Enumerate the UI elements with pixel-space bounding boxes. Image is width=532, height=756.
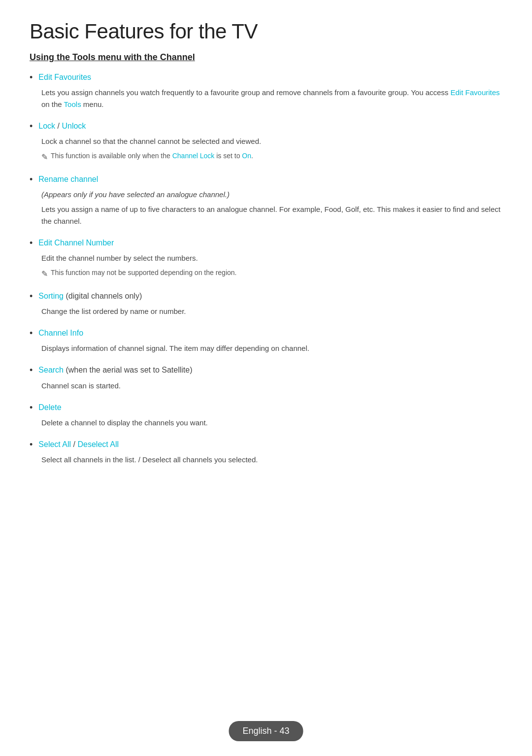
- item-note: ✎ This function may not be supported dep…: [41, 267, 502, 280]
- list-item: • Sorting (digital channels only) Change…: [30, 290, 502, 320]
- section-heading: Using the Tools menu with the Channel: [30, 52, 502, 63]
- select-all-link[interactable]: Select All: [38, 440, 71, 448]
- sorting-link[interactable]: Sorting: [38, 292, 64, 300]
- item-label: Delete: [38, 402, 61, 413]
- channel-lock-link[interactable]: Channel Lock: [172, 152, 215, 160]
- edit-favourites-inline-link[interactable]: Edit Favourites: [451, 88, 500, 97]
- bullet-row: • Search (when the aerial was set to Sat…: [30, 364, 502, 377]
- list-item: • Search (when the aerial was set to Sat…: [30, 364, 502, 394]
- page-title: Basic Features for the TV: [30, 20, 502, 43]
- item-body: Lets you assign a name of up to five cha…: [41, 204, 502, 227]
- bullet-row: • Rename channel: [30, 173, 502, 186]
- channel-info-link[interactable]: Channel Info: [38, 329, 83, 337]
- item-label: Edit Favourites: [38, 71, 91, 83]
- bullet-dot: •: [30, 290, 33, 303]
- page-container: Basic Features for the TV Using the Tool…: [0, 0, 532, 515]
- bullet-dot: •: [30, 327, 33, 340]
- item-body: Edit the channel number by select the nu…: [41, 252, 502, 264]
- list-item: • Delete Delete a channel to display the…: [30, 402, 502, 432]
- content-list: • Edit Favourites Lets you assign channe…: [30, 71, 502, 469]
- bullet-row: • Sorting (digital channels only): [30, 290, 502, 303]
- bullet-row: • Channel Info: [30, 327, 502, 340]
- list-item: • Rename channel (Appears only if you ha…: [30, 173, 502, 230]
- list-item: • Lock / Unlock Lock a channel so that t…: [30, 120, 502, 167]
- on-link[interactable]: On: [242, 152, 251, 160]
- bullet-dot: •: [30, 71, 33, 84]
- tools-link[interactable]: Tools: [64, 100, 81, 108]
- item-label: Channel Info: [38, 327, 83, 339]
- item-label: Search (when the aerial was set to Satel…: [38, 364, 192, 376]
- deselect-all-link[interactable]: Deselect All: [77, 440, 119, 448]
- item-note: ✎ This function is available only when t…: [41, 150, 502, 164]
- footer-label: English - 43: [229, 721, 303, 741]
- item-body: Lock a channel so that the channel canno…: [41, 136, 502, 147]
- list-item: • Channel Info Displays information of c…: [30, 327, 502, 357]
- label-rest: (when the aerial was set to Satellite): [66, 366, 192, 374]
- bullet-row: • Edit Channel Number: [30, 237, 502, 249]
- unlock-link[interactable]: Unlock: [62, 122, 86, 130]
- bullet-row: • Select All / Deselect All: [30, 439, 502, 451]
- search-link[interactable]: Search: [38, 366, 64, 374]
- item-label: Select All / Deselect All: [38, 439, 119, 450]
- bullet-row: • Delete: [30, 402, 502, 414]
- label-rest: (digital channels only): [66, 292, 142, 300]
- note-content: This function is available only when the…: [51, 150, 253, 161]
- bullet-dot: •: [30, 439, 33, 451]
- bullet-row: • Edit Favourites: [30, 71, 502, 84]
- note-icon: ✎: [41, 268, 48, 280]
- edit-favourites-link[interactable]: Edit Favourites: [38, 73, 91, 81]
- item-body-italic: (Appears only if you have selected an an…: [41, 189, 502, 201]
- item-body: Change the list ordered by name or numbe…: [41, 306, 502, 317]
- bullet-row: • Lock / Unlock: [30, 120, 502, 133]
- item-label: Edit Channel Number: [38, 237, 114, 249]
- note-icon: ✎: [41, 151, 48, 164]
- item-body: Channel scan is started.: [41, 380, 502, 392]
- item-label: Sorting (digital channels only): [38, 290, 142, 302]
- lock-link[interactable]: Lock: [38, 122, 55, 130]
- item-label: Rename channel: [38, 173, 98, 185]
- list-item: • Edit Favourites Lets you assign channe…: [30, 71, 502, 113]
- bullet-dot: •: [30, 120, 33, 133]
- list-item: • Select All / Deselect All Select all c…: [30, 439, 502, 469]
- edit-channel-number-link[interactable]: Edit Channel Number: [38, 239, 114, 247]
- item-body: Displays information of channel signal. …: [41, 343, 502, 354]
- item-label: Lock / Unlock: [38, 120, 86, 132]
- item-body: Select all channels in the list. / Desel…: [41, 454, 502, 466]
- note-content: This function may not be supported depen…: [51, 267, 236, 278]
- item-body: Delete a channel to display the channels…: [41, 417, 502, 429]
- bullet-dot: •: [30, 402, 33, 414]
- bullet-dot: •: [30, 237, 33, 249]
- list-item: • Edit Channel Number Edit the channel n…: [30, 237, 502, 283]
- delete-link[interactable]: Delete: [38, 403, 61, 412]
- bullet-dot: •: [30, 173, 33, 186]
- bullet-dot: •: [30, 364, 33, 377]
- item-body: Lets you assign channels you watch frequ…: [41, 87, 502, 110]
- rename-channel-link[interactable]: Rename channel: [38, 175, 98, 183]
